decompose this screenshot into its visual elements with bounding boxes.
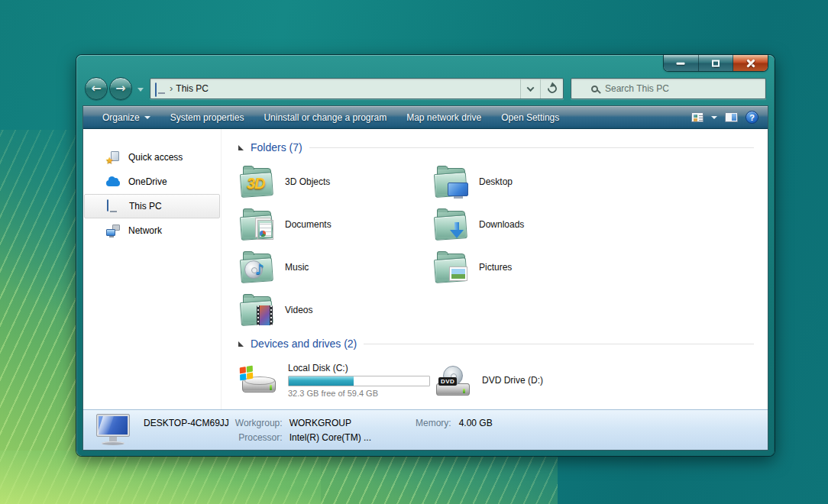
tile-label: Pictures: [479, 262, 512, 273]
computer-icon: [94, 413, 132, 447]
navigation-bar: ← → › This PC: [85, 76, 766, 102]
breadcrumb[interactable]: › This PC: [150, 79, 213, 99]
folder-pictures-icon: [434, 250, 469, 284]
folder-downloads-icon: [434, 208, 469, 241]
tile-label: Music: [285, 262, 309, 273]
minimize-button[interactable]: [664, 55, 699, 71]
sidebar-item-network[interactable]: Network: [84, 218, 220, 243]
organize-menu-button[interactable]: Organize: [92, 112, 160, 123]
computer-details: DESKTOP-4CM69JJ Workgroup: Processor: WO…: [144, 415, 493, 445]
uninstall-program-button[interactable]: Uninstall or change a program: [254, 112, 396, 123]
sidebar-item-this-pc[interactable]: This PC: [84, 194, 220, 218]
detail-values: WORKGROUP Intel(R) Core(TM) ...: [289, 416, 371, 445]
breadcrumb-separator-icon: ›: [170, 82, 173, 94]
memory-details: Memory: 4.00 GB: [416, 416, 493, 431]
section-divider: [364, 344, 754, 344]
window-content: Organize System properties Uninstall or …: [82, 105, 768, 451]
memory-value: 4.00 GB: [459, 416, 493, 431]
address-dropdown-button[interactable]: [520, 79, 540, 99]
folder-tile-videos[interactable]: Videos: [238, 289, 432, 331]
sidebar-item-label: Network: [128, 225, 162, 236]
toolbar-right-group: ?: [691, 111, 758, 124]
caption-button-group: [664, 55, 768, 71]
dvd-drive-icon: DVD: [434, 365, 472, 396]
close-button[interactable]: [733, 55, 768, 71]
drive-label: Local Disk (C:): [288, 363, 430, 373]
folder-tile-3d-objects[interactable]: 3D 3D Objects: [238, 160, 432, 203]
details-pane: DESKTOP-4CM69JJ Workgroup: Processor: WO…: [83, 409, 768, 450]
drive-tile-local-disk-c[interactable]: Local Disk (C:) 32.3 GB free of 59.4 GB: [238, 357, 432, 404]
sidebar-item-quick-access[interactable]: ★ Quick access: [84, 145, 220, 170]
devices-grid: Local Disk (C:) 32.3 GB free of 59.4 GB …: [238, 357, 758, 404]
back-arrow-icon: ←: [91, 81, 101, 95]
folder-desktop-icon: [434, 165, 469, 199]
tile-label: Downloads: [479, 219, 524, 230]
views-dropdown-icon[interactable]: [711, 116, 717, 119]
navigation-pane: ★ Quick access OneDrive This PC Networ: [83, 129, 222, 409]
tile-label: Desktop: [479, 176, 513, 187]
collapse-triangle-icon[interactable]: [238, 341, 244, 347]
back-button[interactable]: ←: [85, 77, 108, 100]
open-settings-button[interactable]: Open Settings: [491, 112, 569, 123]
help-button[interactable]: ?: [746, 111, 758, 124]
folder-tile-documents[interactable]: Documents: [238, 203, 432, 246]
drive-tile-dvd-d[interactable]: DVD DVD Drive (D:): [432, 357, 626, 404]
maximize-icon: [712, 60, 720, 66]
tile-label: Videos: [285, 305, 312, 315]
address-bar[interactable]: › This PC: [150, 78, 564, 99]
tile-label: 3D Objects: [285, 176, 330, 187]
disk-used-fill: [289, 376, 354, 386]
chevron-down-icon: [144, 116, 150, 119]
section-divider: [309, 147, 754, 148]
disk-capacity-bar: [288, 376, 430, 386]
chevron-down-icon: [527, 84, 535, 92]
folder-tile-downloads[interactable]: Downloads: [432, 203, 626, 246]
map-network-drive-button[interactable]: Map network drive: [396, 112, 491, 123]
computer-name: DESKTOP-4CM69JJ: [144, 416, 229, 431]
folders-section-header[interactable]: Folders (7): [238, 140, 758, 155]
processor-label: Processor:: [235, 431, 283, 445]
explorer-window: ← → › This PC: [76, 55, 775, 456]
search-box[interactable]: [571, 78, 766, 99]
folder-3d-objects-icon: 3D: [240, 165, 275, 199]
tile-label: Documents: [285, 219, 332, 230]
sidebar-item-onedrive[interactable]: OneDrive: [84, 170, 220, 194]
command-toolbar: Organize System properties Uninstall or …: [83, 106, 768, 129]
folder-documents-icon: [240, 208, 275, 241]
organize-label: Organize: [102, 112, 140, 123]
recent-pages-dropdown[interactable]: [137, 88, 144, 92]
change-view-icon[interactable]: [691, 112, 703, 122]
disk-free-text: 32.3 GB free of 59.4 GB: [288, 389, 430, 398]
folders-grid: 3D 3D Objects Documents ♪: [238, 160, 758, 331]
this-pc-icon: [155, 83, 168, 94]
maximize-button[interactable]: [699, 55, 734, 71]
section-title: Folders (7): [251, 141, 302, 153]
system-properties-button[interactable]: System properties: [160, 112, 254, 123]
section-title: Devices and drives (2): [251, 338, 357, 350]
minimize-icon: [677, 62, 685, 64]
search-input[interactable]: [605, 83, 727, 94]
refresh-icon: [545, 82, 558, 95]
folder-videos-icon: [240, 293, 275, 327]
folder-tile-music[interactable]: ♪ Music: [238, 246, 432, 289]
explorer-body: ★ Quick access OneDrive This PC Networ: [83, 129, 768, 409]
close-icon: [746, 58, 755, 68]
refresh-button[interactable]: [540, 79, 563, 99]
this-pc-monitor-icon: [107, 200, 121, 212]
folder-tile-pictures[interactable]: Pictures: [432, 246, 626, 289]
local-disk-info: Local Disk (C:) 32.3 GB free of 59.4 GB: [288, 363, 430, 398]
collapse-triangle-icon[interactable]: [238, 145, 244, 150]
sidebar-item-label: This PC: [129, 201, 162, 212]
memory-label: Memory:: [416, 416, 451, 431]
search-icon: [591, 86, 598, 92]
hard-drive-icon: [240, 367, 278, 394]
dvd-badge: DVD: [438, 377, 457, 386]
folder-tile-desktop[interactable]: Desktop: [432, 160, 626, 203]
quick-access-icon: ★: [106, 151, 120, 163]
forward-arrow-icon: →: [115, 81, 125, 95]
preview-pane-icon[interactable]: [725, 112, 738, 122]
forward-button[interactable]: →: [109, 77, 132, 100]
detail-labels: Workgroup: Processor:: [235, 416, 283, 445]
folder-music-icon: ♪: [240, 250, 275, 284]
devices-section-header[interactable]: Devices and drives (2): [238, 336, 758, 351]
